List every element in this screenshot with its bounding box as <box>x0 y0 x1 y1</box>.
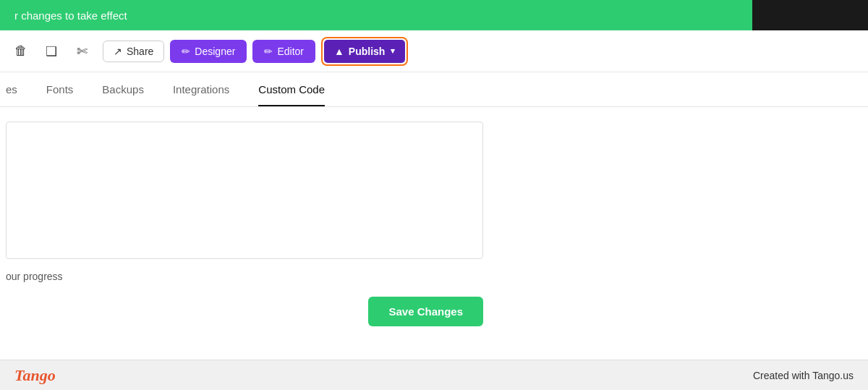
main-content: our progress Save Changes <box>0 107 868 326</box>
toolbar: 🗑 ❑ ✄ ↗ Share ✏ Designer ✏ Editor ▲ Publ… <box>0 30 868 72</box>
share-icon: ↗ <box>114 46 122 57</box>
publish-icon: ▲ <box>334 46 344 57</box>
code-editor[interactable] <box>6 122 483 259</box>
notification-text: r changes to take effect <box>14 9 127 22</box>
save-changes-button[interactable]: Save Changes <box>368 297 483 326</box>
delete-button[interactable]: 🗑 <box>9 39 33 64</box>
designer-label: Designer <box>195 46 235 57</box>
publish-button[interactable]: ▲ Publish ▾ <box>324 40 405 63</box>
tab-pages[interactable]: es <box>0 72 32 106</box>
tool-icon: ✄ <box>77 43 88 59</box>
notification-bar: r changes to take effect <box>0 0 868 30</box>
editor-icon: ✏ <box>264 46 273 57</box>
tab-custom-code[interactable]: Custom Code <box>244 72 339 106</box>
copy-icon: ❑ <box>46 43 57 59</box>
publish-button-wrapper: ▲ Publish ▾ <box>321 37 408 66</box>
designer-button[interactable]: ✏ Designer <box>170 40 247 63</box>
tabs-bar: es Fonts Backups Integrations Custom Cod… <box>0 72 868 107</box>
designer-icon: ✏ <box>182 46 190 57</box>
footer: Tango Created with Tango.us <box>0 360 868 390</box>
progress-text: our progress <box>6 271 854 282</box>
copy-button[interactable]: ❑ <box>39 39 64 64</box>
share-button[interactable]: ↗ Share <box>103 41 164 62</box>
tab-backups[interactable]: Backups <box>88 72 158 106</box>
editor-button[interactable]: ✏ Editor <box>252 40 315 63</box>
tab-integrations[interactable]: Integrations <box>158 72 244 106</box>
footer-credit: Created with Tango.us <box>753 370 854 381</box>
editor-label: Editor <box>277 46 304 57</box>
tab-fonts[interactable]: Fonts <box>32 72 88 106</box>
tool-button[interactable]: ✄ <box>69 39 94 64</box>
delete-icon: 🗑 <box>14 43 27 59</box>
share-label: Share <box>127 46 153 57</box>
publish-label: Publish <box>349 46 386 57</box>
chevron-down-icon: ▾ <box>391 46 395 56</box>
tango-logo: Tango <box>14 366 56 385</box>
